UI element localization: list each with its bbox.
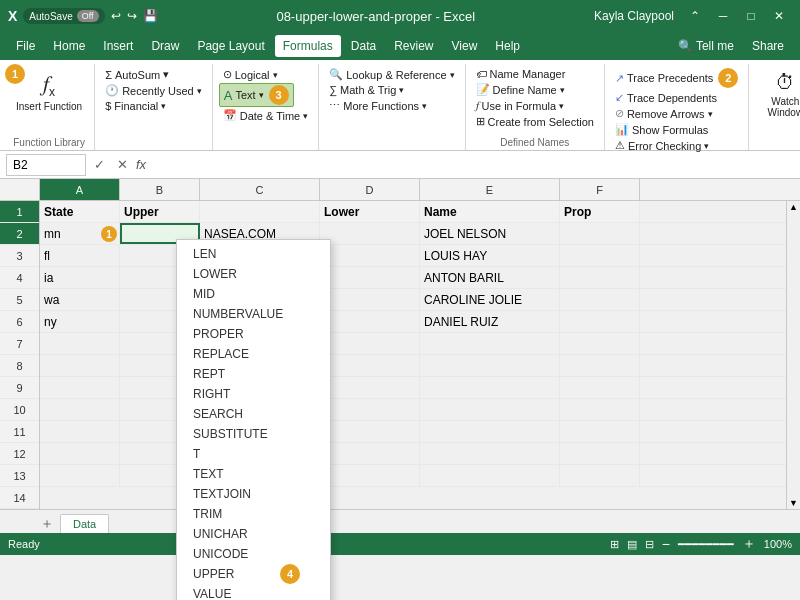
cell-F2[interactable] xyxy=(560,223,640,244)
col-header-E[interactable]: E xyxy=(420,179,560,200)
undo-btn[interactable]: ↩ xyxy=(111,9,121,23)
cell-F3[interactable] xyxy=(560,245,640,266)
cell-D1[interactable]: Lower xyxy=(320,201,420,222)
cell-D10[interactable] xyxy=(320,399,420,420)
dropdown-item-RIGHT[interactable]: RIGHT xyxy=(177,384,330,404)
cell-F1[interactable]: Prop xyxy=(560,201,640,222)
dropdown-item-TRIM[interactable]: TRIM xyxy=(177,504,330,524)
view-page-break-btn[interactable]: ⊟ xyxy=(645,538,654,551)
cell-A6[interactable]: ny xyxy=(40,311,120,332)
name-manager-btn[interactable]: 🏷 Name Manager xyxy=(472,67,570,81)
cell-F8[interactable] xyxy=(560,355,640,376)
trace-precedents-btn[interactable]: ↗ Trace Precedents 2 xyxy=(611,67,742,89)
autosave-toggle[interactable]: AutoSave Off xyxy=(23,8,104,24)
cell-D5[interactable] xyxy=(320,289,420,310)
cell-E9[interactable] xyxy=(420,377,560,398)
cell-A8[interactable] xyxy=(40,355,120,376)
redo-btn[interactable]: ↪ xyxy=(127,9,137,23)
menu-page-layout[interactable]: Page Layout xyxy=(189,35,272,57)
row-num-5[interactable]: 5 xyxy=(0,289,39,311)
row-num-2[interactable]: 2 xyxy=(0,223,39,245)
error-checking-btn[interactable]: ⚠ Error Checking ▾ xyxy=(611,138,713,153)
row-num-9[interactable]: 9 xyxy=(0,377,39,399)
date-time-btn[interactable]: 📅 Date & Time ▾ xyxy=(219,108,313,123)
dropdown-item-NUMBERVALUE[interactable]: NUMBERVALUE xyxy=(177,304,330,324)
recently-used-btn[interactable]: 🕐 Recently Used ▾ xyxy=(101,83,206,98)
dropdown-item-UNICODE[interactable]: UNICODE xyxy=(177,544,330,564)
cell-F6[interactable] xyxy=(560,311,640,332)
cell-E2[interactable]: JOEL NELSON xyxy=(420,223,560,244)
menu-view[interactable]: View xyxy=(444,35,486,57)
cell-E10[interactable] xyxy=(420,399,560,420)
create-from-btn[interactable]: ⊞ Create from Selection xyxy=(472,114,598,129)
restore-btn[interactable]: □ xyxy=(738,6,764,26)
cell-E1[interactable]: Name xyxy=(420,201,560,222)
dropdown-item-TEXT[interactable]: TEXT xyxy=(177,464,330,484)
cell-C1[interactable] xyxy=(200,201,320,222)
menu-help[interactable]: Help xyxy=(487,35,528,57)
share-btn[interactable]: Share xyxy=(744,35,792,57)
logical-btn[interactable]: ⊙ Logical ▾ xyxy=(219,67,282,82)
cell-D11[interactable] xyxy=(320,421,420,442)
row-num-12[interactable]: 12 xyxy=(0,443,39,465)
row-num-4[interactable]: 4 xyxy=(0,267,39,289)
dropdown-item-UNICHAR[interactable]: UNICHAR xyxy=(177,524,330,544)
cell-E11[interactable] xyxy=(420,421,560,442)
dropdown-item-REPT[interactable]: REPT xyxy=(177,364,330,384)
cell-E6[interactable]: DANIEL RUIZ xyxy=(420,311,560,332)
scroll-down-btn[interactable]: ▼ xyxy=(789,497,798,509)
cell-F11[interactable] xyxy=(560,421,640,442)
cell-D8[interactable] xyxy=(320,355,420,376)
menu-insert[interactable]: Insert xyxy=(95,35,141,57)
minimize-btn[interactable]: ─ xyxy=(710,6,736,26)
cell-D7[interactable] xyxy=(320,333,420,354)
watch-window-btn[interactable]: ⏱ Watch Window xyxy=(755,67,800,122)
cell-E12[interactable] xyxy=(420,443,560,464)
col-header-B[interactable]: B xyxy=(120,179,200,200)
dropdown-item-LOWER[interactable]: LOWER xyxy=(177,264,330,284)
cell-A5[interactable]: wa xyxy=(40,289,120,310)
sheet-tab-data[interactable]: Data xyxy=(60,514,109,533)
more-functions-btn[interactable]: ⋯ More Functions ▾ xyxy=(325,98,431,113)
cell-A10[interactable] xyxy=(40,399,120,420)
define-name-btn[interactable]: 📝 Define Name ▾ xyxy=(472,82,569,97)
cell-A1[interactable]: State xyxy=(40,201,120,222)
zoom-in-btn[interactable]: ＋ xyxy=(742,535,756,553)
dropdown-item-SUBSTITUTE[interactable]: SUBSTITUTE xyxy=(177,424,330,444)
row-num-7[interactable]: 7 xyxy=(0,333,39,355)
remove-arrows-btn[interactable]: ⊘ Remove Arrows ▾ xyxy=(611,106,717,121)
cell-E4[interactable]: ANTON BARIL xyxy=(420,267,560,288)
cell-F12[interactable] xyxy=(560,443,640,464)
menu-draw[interactable]: Draw xyxy=(143,35,187,57)
text-btn[interactable]: A Text ▾ 3 xyxy=(219,83,294,107)
autosave-state[interactable]: Off xyxy=(77,10,99,22)
zoom-slider[interactable]: ━━━━━━━━ xyxy=(678,538,734,551)
lookup-btn[interactable]: 🔍 Lookup & Reference ▾ xyxy=(325,67,458,82)
cell-E5[interactable]: CAROLINE JOLIE xyxy=(420,289,560,310)
row-num-6[interactable]: 6 xyxy=(0,311,39,333)
cell-F4[interactable] xyxy=(560,267,640,288)
cell-D6[interactable] xyxy=(320,311,420,332)
show-formulas-btn[interactable]: 📊 Show Formulas xyxy=(611,122,712,137)
dropdown-item-T[interactable]: T xyxy=(177,444,330,464)
cell-F13[interactable] xyxy=(560,465,640,486)
cell-F10[interactable] xyxy=(560,399,640,420)
close-btn[interactable]: ✕ xyxy=(766,6,792,26)
cell-B1[interactable]: Upper xyxy=(120,201,200,222)
dropdown-item-VALUE[interactable]: VALUE xyxy=(177,584,330,600)
add-sheet-btn[interactable]: ＋ xyxy=(40,515,54,533)
row-num-1[interactable]: 1 xyxy=(0,201,39,223)
cell-E3[interactable]: LOUIS HAY xyxy=(420,245,560,266)
cell-D2[interactable] xyxy=(320,223,420,244)
save-btn[interactable]: 💾 xyxy=(143,9,158,23)
view-normal-btn[interactable]: ⊞ xyxy=(610,538,619,551)
row-num-14[interactable]: 14 xyxy=(0,487,39,509)
cell-F5[interactable] xyxy=(560,289,640,310)
dropdown-item-SEARCH[interactable]: SEARCH xyxy=(177,404,330,424)
cell-E7[interactable] xyxy=(420,333,560,354)
dropdown-item-PROPER[interactable]: PROPER xyxy=(177,324,330,344)
cell-D13[interactable] xyxy=(320,465,420,486)
financial-btn[interactable]: $ Financial ▾ xyxy=(101,99,170,113)
row-num-8[interactable]: 8 xyxy=(0,355,39,377)
row-num-10[interactable]: 10 xyxy=(0,399,39,421)
